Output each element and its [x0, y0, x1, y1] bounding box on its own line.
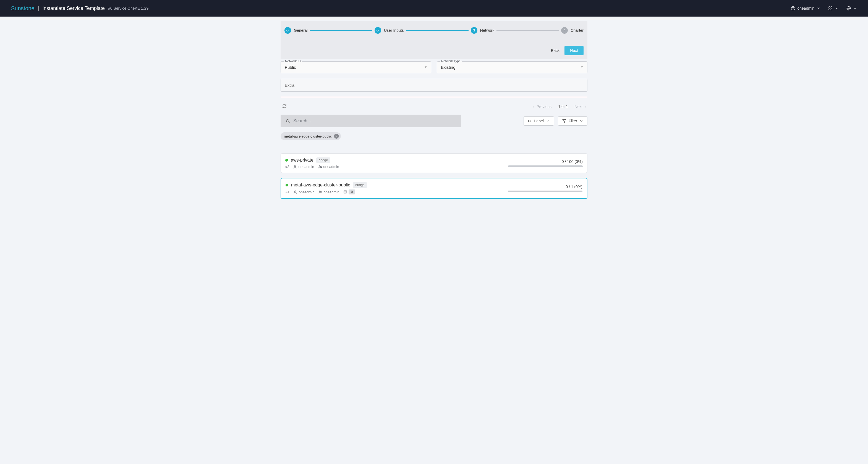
stepper-panel: General User Inputs 3 Network 4 Charter …	[281, 21, 587, 59]
network-card[interactable]: metal-aws-edge-cluster-public bridge #1 …	[281, 178, 587, 199]
svg-rect-2	[829, 7, 830, 8]
filter-icon	[562, 119, 566, 123]
search-box[interactable]	[281, 114, 461, 127]
host-count: 0	[349, 190, 355, 194]
language-menu[interactable]	[846, 6, 857, 10]
network-id: #2	[285, 165, 289, 169]
step-number: 3	[471, 27, 477, 34]
chip-label: metal-aws-edge-cluster-public	[284, 134, 332, 138]
breadcrumb[interactable]: #0 Service OneKE 1.29	[108, 6, 149, 10]
svg-rect-21	[344, 191, 347, 192]
step-label: Charter	[570, 28, 584, 33]
step-connector	[496, 30, 559, 31]
breadcrumb-divider: |	[38, 5, 39, 11]
user-icon	[293, 165, 297, 169]
next-button[interactable]: Next	[564, 46, 584, 55]
network-meta: #2 oneadmin oneadmin	[285, 165, 339, 169]
brand-logo[interactable]: Sunstone	[11, 5, 35, 11]
step-charter[interactable]: 4 Charter	[561, 27, 584, 34]
chevron-down-icon	[580, 119, 583, 123]
step-connector	[310, 30, 372, 31]
users-icon	[318, 190, 322, 194]
chevron-down-icon	[546, 119, 550, 123]
network-form-row: Network ID Public Network Type Existing	[281, 61, 587, 73]
server-icon	[343, 190, 347, 194]
label-button[interactable]: Label	[524, 116, 554, 126]
refresh-button[interactable]	[281, 102, 288, 111]
page-title: Instantiate Service Template	[42, 5, 105, 11]
usage-text: 0 / 1 (0%)	[566, 185, 583, 189]
svg-point-15	[294, 165, 296, 167]
network-hosts: 0	[343, 190, 355, 194]
main-container: General User Inputs 3 Network 4 Charter …	[281, 16, 587, 210]
pager-next[interactable]: Next	[575, 104, 587, 109]
network-header: aws-private bridge	[285, 158, 339, 163]
pager: Previous 1 of 1 Next	[532, 104, 587, 109]
caret-down-icon	[580, 65, 584, 70]
pager-status: 1 of 1	[558, 104, 568, 109]
button-label: Label	[534, 119, 544, 123]
network-owner: oneadmin	[293, 190, 314, 194]
extra-input-wrap[interactable]	[281, 79, 587, 92]
tag-icon	[528, 119, 532, 123]
filter-chip: metal-aws-edge-cluster-public	[281, 132, 341, 140]
back-button[interactable]: Back	[550, 46, 561, 55]
svg-point-19	[319, 191, 320, 192]
svg-rect-22	[344, 192, 347, 193]
step-label: General	[294, 28, 308, 33]
close-icon	[335, 135, 338, 137]
step-label: Network	[480, 28, 494, 33]
apps-menu[interactable]	[828, 6, 839, 10]
svg-rect-4	[829, 8, 830, 10]
field-value: Public	[285, 65, 296, 70]
search-input[interactable]	[293, 119, 456, 124]
network-id-select[interactable]: Network ID Public	[281, 61, 431, 73]
button-label: Filter	[569, 119, 577, 123]
search-row: Label Filter	[281, 114, 587, 127]
caret-down-icon	[424, 65, 428, 70]
network-owner: oneadmin	[293, 165, 314, 169]
step-number: 4	[561, 27, 568, 34]
network-usage: 0 / 1 (0%)	[505, 185, 583, 192]
svg-line-11	[288, 122, 289, 123]
svg-point-20	[321, 191, 322, 192]
network-header: metal-aws-edge-cluster-public bridge	[285, 182, 367, 188]
network-name: aws-private	[291, 158, 313, 163]
svg-rect-3	[831, 7, 832, 8]
user-menu[interactable]: oneadmin	[791, 6, 821, 10]
network-group: oneadmin	[318, 190, 339, 194]
status-dot-icon	[285, 184, 288, 187]
network-type-select[interactable]: Network Type Existing	[437, 61, 587, 73]
network-list: aws-private bridge #2 oneadmin oneadmin	[281, 153, 587, 199]
pager-previous[interactable]: Previous	[532, 104, 552, 109]
network-card[interactable]: aws-private bridge #2 oneadmin oneadmin	[281, 153, 587, 173]
search-icon	[285, 119, 290, 123]
step-user-inputs[interactable]: User Inputs	[375, 27, 404, 34]
step-general[interactable]: General	[284, 27, 308, 34]
extra-input[interactable]	[285, 83, 583, 88]
globe-icon	[846, 6, 851, 10]
check-icon	[284, 27, 291, 34]
svg-point-18	[295, 191, 296, 192]
header-left: Sunstone | Instantiate Service Template …	[11, 5, 149, 11]
chevron-down-icon	[853, 6, 857, 10]
network-name: metal-aws-edge-cluster-public	[291, 183, 350, 188]
usage-bar	[508, 191, 583, 192]
remove-chip-button[interactable]	[334, 134, 339, 139]
section-divider	[281, 97, 587, 97]
user-circle-icon	[791, 6, 795, 10]
app-header: Sunstone | Instantiate Service Template …	[0, 0, 868, 16]
filter-button[interactable]: Filter	[558, 116, 587, 126]
step-label: User Inputs	[384, 28, 404, 33]
network-meta: #1 oneadmin oneadmin 0	[285, 190, 367, 194]
field-value: Existing	[441, 65, 456, 70]
users-icon	[318, 165, 322, 169]
svg-point-1	[792, 7, 793, 8]
step-network[interactable]: 3 Network	[471, 27, 494, 34]
filter-buttons: Label Filter	[524, 116, 587, 126]
user-name: oneadmin	[798, 6, 815, 10]
stepper: General User Inputs 3 Network 4 Charter	[284, 27, 584, 34]
network-id: #1	[285, 190, 289, 194]
network-info: metal-aws-edge-cluster-public bridge #1 …	[285, 182, 367, 194]
svg-marker-8	[425, 67, 427, 67]
